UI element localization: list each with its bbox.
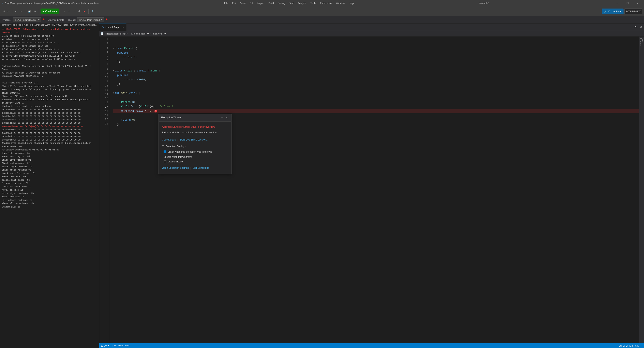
ln-5: 5	[99, 54, 108, 59]
menu-git[interactable]: Git	[248, 2, 254, 5]
process-label: Process:	[2, 19, 11, 21]
except-when-label: Except when thrown from:	[164, 155, 228, 159]
kw-void: void	[129, 91, 135, 95]
vs-icon: ⚡	[2, 1, 4, 5]
exception-close-button[interactable]: ✕	[225, 115, 229, 120]
int-preview-button[interactable]: INT PREVIEW	[624, 9, 642, 14]
lifecycle-events[interactable]: Lifecycle Events	[48, 19, 64, 21]
except-from-checkbox[interactable]	[164, 160, 166, 163]
thread-select[interactable]: [24756] Main Thread	[77, 18, 104, 22]
menu-extensions[interactable]: Extensions	[318, 2, 334, 5]
global-scope-select[interactable]: (Global Scope)	[130, 32, 150, 35]
menu-help[interactable]: Help	[347, 2, 355, 5]
ln-10: 10	[99, 75, 108, 80]
close-button[interactable]: ✕	[633, 0, 642, 7]
menu-test[interactable]: Test	[288, 2, 295, 5]
restart-button[interactable]: ↺	[77, 8, 81, 15]
back-button[interactable]: ◁	[2, 8, 6, 15]
ln-11: 11	[99, 80, 108, 84]
code-line-17: c -> extra_field = 42 ; ✕	[113, 109, 639, 113]
zoom-indicator[interactable]: 111 % ▾	[101, 344, 109, 347]
break-when-checkbox[interactable]: ✓	[164, 150, 166, 153]
exception-links: Copy Details | Start Live Share session.…	[162, 138, 228, 142]
continue-button[interactable]: ▶ Continue ▾	[40, 9, 59, 14]
brace-close-2: };	[117, 82, 120, 86]
menu-build[interactable]: Build	[267, 2, 276, 5]
ln-21: 21	[99, 122, 108, 126]
exception-minimize-button[interactable]: ─	[220, 115, 224, 120]
step-into-button[interactable]: ⤹	[67, 8, 71, 15]
kw-int-2: int	[121, 78, 128, 82]
step-out-button[interactable]: ⤸	[72, 8, 76, 15]
term-line-44: Left alloca redzone: ca	[2, 199, 98, 202]
term-line-13: HINT: this may be a false positive if yo…	[2, 88, 98, 95]
term-line-42: Intra object redzone: bb	[2, 192, 98, 195]
menu-tools[interactable]: Tools	[309, 2, 318, 5]
step-over-button[interactable]: ⤵	[62, 8, 66, 15]
menu-edit[interactable]: Edit	[230, 2, 238, 5]
team-explorer-button[interactable]: Team Explorer	[640, 38, 644, 46]
open-exception-settings-link[interactable]: Open Exception Settings	[162, 166, 189, 170]
edit-conditions-link[interactable]: Edit Conditions	[192, 166, 209, 170]
term-line-24: 0x301bbf10: 00 00 00 00 00 00 00 00 00 0…	[2, 132, 98, 135]
exception-body: Address Sanitizer Error: Stack buffer ov…	[159, 122, 231, 173]
save-all-button[interactable]: ⊕	[33, 8, 37, 15]
menu-analyze[interactable]: Analyze	[296, 2, 308, 5]
terminal-panel: C:\MSDN\cpp-docs-pr\docs\c-language\ASAN…	[0, 24, 99, 348]
stop-button[interactable]: ⏹	[82, 8, 87, 15]
menu-view[interactable]: View	[239, 2, 247, 5]
term-line-22: =>0x301bbee0: 00 f1 f1[04]f3 f3 f3 f0 00…	[2, 125, 98, 128]
semi-2: ;	[145, 78, 146, 82]
term-line-41: Array cookie: ac	[2, 189, 98, 192]
tab-close-button[interactable]: ✕	[122, 26, 124, 29]
menu-window[interactable]: Window	[334, 2, 346, 5]
team-explorer-label: Team Explorer	[640, 38, 644, 46]
term-line-39: Poisoned by user: f7	[2, 182, 98, 185]
save-button[interactable]: 💾	[27, 8, 32, 15]
arrow-1: ->	[123, 109, 126, 113]
ln-20: 20	[99, 118, 108, 122]
toolbar: ◁ ▷ ↩ ↪ 💾 ⊕ ▶ Continue ▾ ⤵ ⤹ ⤸ ↺ ⏹ 🔍 🔗 1…	[0, 7, 644, 16]
copy-details-link[interactable]: Copy Details	[162, 138, 176, 142]
type-parent-2: Parent	[148, 69, 159, 73]
kw-public-3: public:	[117, 73, 128, 78]
term-line-14: (longjmp, SEH and C++ exceptions *are* s…	[2, 95, 98, 98]
main-void-select[interactable]: main(void)	[152, 32, 166, 35]
term-line-43: ASan internal: fe	[2, 195, 98, 199]
terminal-content: ==11708==ERROR: AddressSanitizer: stack-…	[0, 27, 99, 348]
process-select[interactable]: [11708] example3.exe	[13, 18, 41, 22]
collapse-3[interactable]: ▼	[113, 47, 114, 50]
tab-label: example3.cpp	[105, 26, 120, 29]
continue-dropdown-icon: ▾	[56, 10, 57, 13]
tab-example3-cpp[interactable]: ⊙ example3.cpp ✕	[99, 24, 126, 31]
split-editor-button[interactable]: ⊟	[633, 24, 638, 30]
search-button[interactable]: 🔍	[90, 8, 96, 15]
editor-zoom-bar: 111 % ▾ ⊘ No issues found Ln: 17 Col: 1 …	[99, 343, 644, 348]
menu-bar: File Edit View Git Project Build Debug T…	[222, 2, 355, 5]
colon-1: :	[134, 69, 137, 73]
editor-settings-button[interactable]: ⚙	[638, 24, 644, 30]
ln-4: 4	[99, 50, 108, 54]
code-line-9: public:	[113, 73, 639, 78]
code-line-16: Child * c = ( Child *)&p; // Boom !	[113, 104, 639, 109]
minimize-button[interactable]: ─	[613, 0, 622, 7]
title-bar: ⚡ C:\MSDN\cpp-docs-pr\docs\c-language\AS…	[0, 0, 644, 7]
term-line-40: Container overflow: fc	[2, 185, 98, 189]
error-indicator: ✕	[154, 110, 157, 112]
term-line-5: #3 0x77075f3 (C:\WINDOWS\SYSTEM32\ntdll.…	[2, 54, 98, 58]
menu-debug[interactable]: Debug	[276, 2, 287, 5]
menu-file[interactable]: File	[222, 2, 230, 5]
live-share-link[interactable]: Start Live Share session...	[180, 138, 208, 142]
collapse-13[interactable]: ▼	[113, 92, 114, 95]
misc-files-select[interactable]: Miscellaneous Files	[104, 32, 128, 35]
collapse-8[interactable]: ▼	[113, 69, 114, 73]
forward-button[interactable]: ▷	[6, 8, 10, 15]
redo-button[interactable]: ↪	[19, 8, 23, 15]
var-extra-field-2: extra_field	[126, 109, 145, 113]
term-line-20: 0x301bbec0: 00 00 00 00 00 00 00 00 00 0…	[2, 118, 98, 122]
live-share-button[interactable]: 🔗 16 Live Share	[602, 9, 624, 14]
menu-project[interactable]: Project	[255, 2, 266, 5]
maximize-button[interactable]: □	[623, 0, 632, 7]
semi-4: ;	[151, 109, 153, 113]
undo-button[interactable]: ↩	[14, 8, 18, 15]
